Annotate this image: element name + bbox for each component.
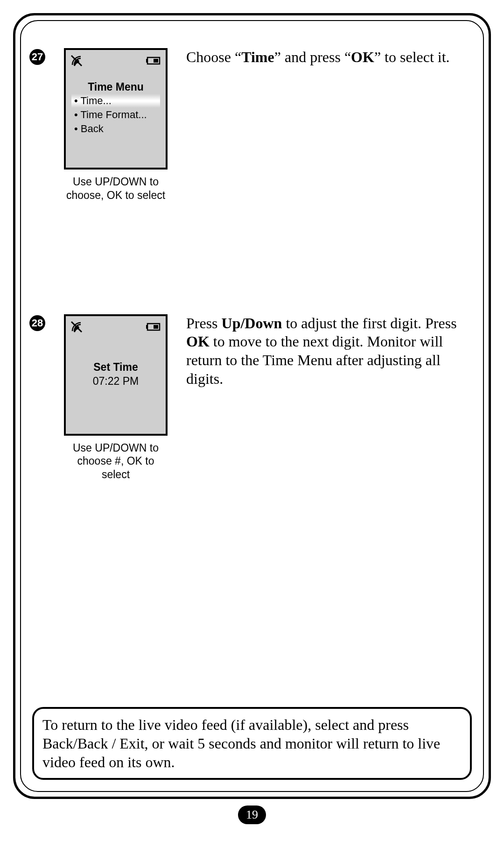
- menu-item-label: Time...: [80, 95, 111, 106]
- device-screen-set-time: Set Time 07:22 PM: [64, 314, 168, 436]
- set-time-title: Set Time: [66, 361, 166, 374]
- battery-icon: [146, 56, 162, 65]
- menu-item-label: Back: [81, 123, 104, 134]
- footer-note: To return to the live video feed (if ava…: [32, 707, 472, 780]
- no-signal-icon: [70, 320, 84, 334]
- svg-rect-11: [154, 325, 158, 329]
- no-signal-icon: [70, 54, 84, 68]
- emphasis-text: OK: [186, 333, 210, 350]
- body-text: to adjust the first digit. Press: [282, 315, 456, 332]
- set-time-value[interactable]: 07:22 PM: [66, 375, 166, 388]
- svg-rect-10: [146, 325, 147, 329]
- menu-item-time-format[interactable]: • Time Format...: [71, 108, 160, 122]
- bullet: •: [74, 95, 78, 106]
- body-text: Press: [186, 315, 222, 332]
- menu-item-time[interactable]: • Time...: [71, 94, 160, 108]
- menu-item-back[interactable]: • Back: [71, 122, 160, 136]
- bullet: •: [74, 109, 78, 120]
- menu-items: • Time... • Time Format... • Back: [71, 94, 160, 136]
- step-27: 27: [29, 48, 475, 202]
- screen-caption: Use UP/DOWN to choose, OK to select: [62, 175, 169, 202]
- screen-caption: Use UP/DOWN to choose #, OK to select: [62, 441, 169, 481]
- battery-icon: [146, 322, 162, 332]
- body-text: ” to select it.: [374, 49, 450, 65]
- status-bar: [70, 54, 162, 68]
- svg-rect-5: [154, 59, 158, 63]
- instruction-text: Choose “Time” and press “OK” to select i…: [186, 48, 475, 67]
- emphasis-text: Time: [241, 49, 274, 65]
- instruction-text: Press Up/Down to adjust the first digit.…: [186, 314, 475, 389]
- emphasis-text: Up/Down: [222, 315, 282, 332]
- page-number-badge: 19: [238, 806, 266, 824]
- menu-item-label: Time Format...: [80, 109, 147, 120]
- device-screen-time-menu: Time Menu • Time... • Time Format... • B: [64, 48, 168, 170]
- emphasis-text: OK: [351, 49, 374, 65]
- svg-rect-4: [146, 59, 147, 63]
- screen-title: Time Menu: [66, 81, 166, 93]
- screen-column: Time Menu • Time... • Time Format... • B: [62, 48, 169, 202]
- body-text: to move to the next digit. Monitor will …: [186, 333, 443, 387]
- content-panel: 27: [13, 13, 491, 799]
- status-bar: [70, 320, 162, 334]
- body-text: ” and press “: [274, 49, 351, 65]
- screen-column: Set Time 07:22 PM Use UP/DOWN to choose …: [62, 314, 169, 481]
- step-marker: 27: [29, 49, 45, 65]
- manual-page: 27: [0, 0, 504, 841]
- step-marker: 28: [29, 315, 45, 331]
- step-28: 28: [29, 314, 475, 481]
- body-text: Choose “: [186, 49, 241, 65]
- bullet: •: [74, 123, 78, 134]
